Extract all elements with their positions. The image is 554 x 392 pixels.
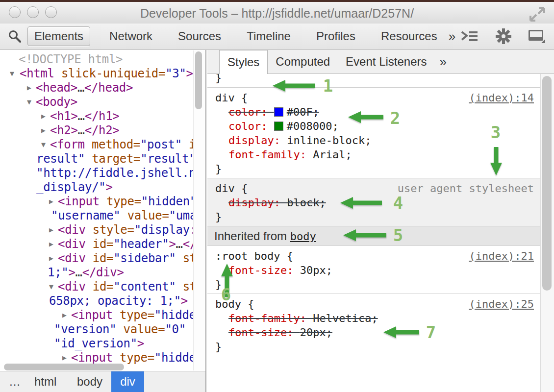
code-token: "sidebar"	[113, 251, 176, 265]
toolbar-tabs: ElementsNetworkSourcesTimelineProfilesRe…	[27, 26, 444, 46]
tree-line[interactable]: ▶<h1>…</h1>	[0, 109, 194, 123]
color-swatch[interactable]	[274, 122, 283, 131]
tree-line[interactable]: ▼<div id="content" sty	[0, 280, 194, 294]
property-name: color:	[228, 120, 274, 132]
css-rule: div {user agent stylesheetdisplay: block…	[207, 178, 541, 226]
css-property-line[interactable]: display: inline-block;	[207, 133, 541, 147]
stylesheet-link[interactable]: (index):14	[469, 91, 534, 105]
sidebar-overflow-chevron[interactable]: »	[435, 50, 452, 74]
toolbar-tab-timeline[interactable]: Timeline	[240, 27, 297, 46]
expand-arrow-icon[interactable]: ▶	[62, 308, 67, 322]
tree-line[interactable]: "username" value="umaar"	[0, 209, 194, 223]
expand-arrow-icon[interactable]: ▶	[27, 81, 31, 95]
css-property-line[interactable]: font-family: Helvetica;	[207, 311, 541, 325]
stylesheet-link[interactable]: (index):25	[469, 297, 534, 311]
breadcrumb-item-html[interactable]: html	[34, 371, 56, 392]
toolbar-tab-profiles[interactable]: Profiles	[310, 27, 362, 46]
expand-arrow-icon[interactable]: ▶	[49, 195, 53, 209]
expand-icon[interactable]	[527, 5, 548, 24]
tree-line-text: <body>	[0, 95, 77, 109]
toolbar-tab-network[interactable]: Network	[103, 27, 159, 46]
color-swatch[interactable]	[274, 107, 283, 117]
css-property-line[interactable]: color: #008000;	[207, 119, 541, 133]
collapse-arrow-icon[interactable]: ▼	[41, 138, 46, 152]
close-brace: }	[207, 277, 541, 292]
dock-side-icon[interactable]	[528, 29, 546, 44]
tree-line[interactable]: ▼<body>	[0, 95, 194, 109]
expand-arrow-icon[interactable]: ▶	[41, 123, 46, 138]
rule-selector-line[interactable]: div {(index):14	[207, 91, 541, 105]
tree-line-text: <form method="post" id=	[0, 138, 194, 152]
tree-line[interactable]: ▶<head>…</head>	[0, 81, 194, 95]
tree-line[interactable]: "http://fiddle.jshell.ne	[0, 166, 194, 180]
collapse-arrow-icon[interactable]: ▼	[27, 95, 31, 109]
gear-icon[interactable]	[495, 28, 512, 45]
rule-selector-line[interactable]: div {user agent stylesheet	[207, 181, 541, 196]
expand-arrow-icon[interactable]: ▶	[49, 223, 53, 237]
expand-arrow-icon[interactable]: ▶	[49, 251, 53, 266]
breadcrumb-item-body[interactable]: body	[77, 371, 102, 392]
tree-line[interactable]: ▶<input type="hidden" name=	[0, 195, 194, 209]
toolbar-tab-resources[interactable]: Resources	[375, 27, 444, 46]
styles-vertical-scrollbar[interactable]	[540, 74, 554, 392]
tree-line[interactable]: result" target="result" action=	[0, 152, 194, 166]
tree-line[interactable]: 1;">…</div>	[0, 266, 194, 280]
css-property-line[interactable]: color: #00F;	[207, 105, 541, 119]
sidebar-tabbar: StylesComputedEvent Listeners»	[207, 50, 554, 74]
expand-arrow-icon[interactable]: ▶	[49, 237, 53, 251]
tree-line[interactable]: ▶<input type="hidden"	[0, 308, 194, 322]
sidebar-tab-event-listeners[interactable]: Event Listeners	[338, 50, 434, 74]
collapse-arrow-icon[interactable]: ▼	[10, 67, 14, 81]
tree-line[interactable]: 658px; opacity: 1;">	[0, 294, 194, 308]
tree-line[interactable]: ▶<input type="hidden"	[0, 351, 194, 365]
rule-selector-line[interactable]: :root body {(index):21	[207, 249, 541, 263]
css-property-line[interactable]: font-size: 20px;	[207, 325, 541, 340]
tree-line[interactable]: ▼<form method="post" id=	[0, 138, 194, 152]
expand-arrow-icon[interactable]: ▶	[62, 351, 67, 365]
styles-vertical-scroll-thumb[interactable]	[542, 76, 552, 291]
code-token: type=	[113, 351, 154, 365]
code-token: </head>	[84, 81, 133, 95]
toolbar-overflow-chevron[interactable]: »	[444, 29, 460, 44]
collapse-arrow-icon[interactable]: ▼	[49, 280, 53, 294]
code-token: >	[68, 266, 75, 279]
tree-line-text: <h1>…</h1>	[0, 109, 120, 123]
tree-line[interactable]: ▶<div id="header">…</d	[0, 237, 194, 251]
tree-horizontal-scroll-thumb[interactable]	[4, 364, 124, 370]
property-value: 30px;	[300, 264, 332, 276]
code-token: slick-uniqueid=	[54, 67, 165, 80]
console-drawer-icon[interactable]	[460, 29, 479, 43]
tree-line[interactable]: ▼<html slick-uniqueid="3">	[0, 67, 194, 81]
css-property-line[interactable]: font-size: 30px;	[207, 263, 541, 277]
code-token: "id_version"	[54, 337, 137, 350]
code-token: "content"	[113, 280, 176, 294]
code-token: …	[76, 266, 82, 279]
search-icon[interactable]	[8, 29, 22, 43]
tree-line[interactable]: ▶<h2>…</h2>	[0, 123, 194, 138]
inherited-node-link[interactable]: body	[290, 230, 316, 243]
tree-line[interactable]: "id_version">	[0, 337, 194, 351]
tree-line[interactable]: <!DOCTYPE html>	[0, 52, 194, 67]
css-property-line[interactable]: font-family: Arial;	[207, 147, 541, 162]
code-token: </h2>	[85, 123, 120, 137]
tree-line[interactable]: _display/">	[0, 180, 194, 195]
tree-line[interactable]: ▶<div style="display: in	[0, 223, 194, 237]
sidebar-tab-styles[interactable]: Styles	[219, 50, 268, 74]
code-token: <h1>	[50, 109, 78, 123]
sidebar-tab-computed[interactable]: Computed	[268, 50, 338, 74]
css-property-line[interactable]: display: block;	[207, 196, 541, 210]
property-name: color:	[228, 106, 274, 118]
rule-selector-line[interactable]: body {(index):25	[207, 297, 541, 311]
property-value: Arial;	[313, 148, 352, 161]
tree-line[interactable]: "version" value="0" name=	[0, 322, 194, 337]
toolbar-tab-sources[interactable]: Sources	[172, 27, 227, 46]
close-brace: }	[207, 210, 541, 224]
toolbar-tab-elements[interactable]: Elements	[27, 26, 90, 46]
tree-vertical-scroll-thumb[interactable]	[195, 51, 202, 109]
breadcrumb-item-div[interactable]: div	[111, 371, 144, 392]
tree-line[interactable]: ▶<div id="sidebar" sty	[0, 251, 194, 266]
stylesheet-link[interactable]: (index):21	[469, 249, 534, 263]
expand-arrow-icon[interactable]: ▶	[41, 109, 46, 123]
breadcrumb-item-…[interactable]: …	[9, 371, 21, 392]
tree-vertical-scrollbar[interactable]	[193, 50, 204, 370]
